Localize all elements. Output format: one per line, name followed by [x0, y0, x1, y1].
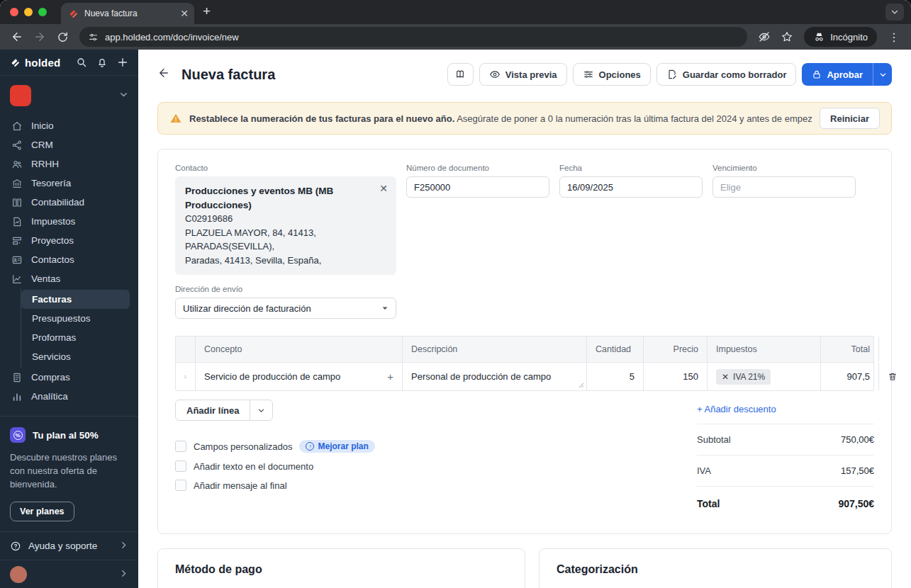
sidebar-item-compras[interactable]: Compras: [6, 368, 133, 387]
contact-card-icon: [11, 254, 23, 266]
plan-upsell-card: % Tu plan al 50% Descubre nuestros plane…: [0, 416, 138, 531]
zoom-window-button[interactable]: [38, 8, 47, 16]
quantity-cell[interactable]: 5: [587, 363, 644, 390]
sidebar-item-label: Facturas: [32, 294, 72, 305]
add-message-label: Añadir mensaje al final: [194, 480, 287, 491]
add-message-checkbox[interactable]: [175, 480, 186, 491]
payment-method-card: Método de pago Selecciona una forma de p…: [157, 548, 525, 588]
description-value: Personal de producción de campo: [411, 371, 551, 382]
doc-number-input[interactable]: F250000: [406, 176, 549, 198]
chevron-down-icon: [890, 8, 899, 16]
date-input[interactable]: 16/09/2025: [559, 176, 703, 198]
add-line-button[interactable]: Añadir línea: [176, 400, 250, 420]
sidebar-item-facturas[interactable]: Facturas: [21, 290, 130, 309]
back-arrow-icon[interactable]: [157, 67, 170, 83]
sidebar-item-impuestos[interactable]: Impuestos: [6, 212, 133, 231]
people-icon: [11, 159, 23, 170]
options-button[interactable]: Opciones: [573, 63, 651, 86]
taxes-cell[interactable]: ✕IVA 21%: [708, 363, 821, 390]
minimize-window-button[interactable]: [24, 8, 33, 16]
user-profile-row[interactable]: [0, 560, 138, 588]
contact-name: Producciones y eventos MB (MB Produccion…: [185, 184, 386, 212]
totals-panel: + Añadir descuento Subtotal750,00€ IVA15…: [697, 400, 874, 519]
date-label: Fecha: [559, 164, 703, 172]
contact-card: Producciones y eventos MB (MB Produccion…: [175, 176, 396, 275]
price-cell[interactable]: 150: [644, 363, 708, 390]
question-circle-icon: [10, 541, 21, 552]
tab-title: Nueva factura: [84, 9, 174, 18]
sidebar-item-label: Contactos: [31, 254, 74, 265]
address-bar[interactable]: app.holded.com/doc/invoice/new: [79, 27, 747, 47]
reset-numbering-button[interactable]: Reiniciar: [820, 108, 880, 129]
contact-label: Contacto: [175, 164, 396, 172]
resize-handle-icon[interactable]: [579, 383, 584, 388]
eye-icon: [489, 69, 501, 80]
sidebar-item-ventas[interactable]: Ventas: [6, 269, 133, 288]
save-draft-button[interactable]: Guardar como borrador: [656, 63, 797, 86]
numbering-warning-banner: Restablece la numeración de tus facturas…: [157, 102, 892, 135]
site-settings-icon[interactable]: [88, 32, 99, 43]
incognito-badge: Incógnito: [804, 27, 877, 47]
delete-line-trash-icon[interactable]: [879, 363, 906, 390]
sidebar-item-contactos[interactable]: Contactos: [6, 250, 133, 269]
see-plans-button[interactable]: Ver planes: [10, 502, 74, 521]
main-content: Nueva factura Vista previa Opciones Guar…: [138, 50, 911, 588]
remove-contact-icon[interactable]: ✕: [379, 183, 388, 193]
sidebar-item-proformas[interactable]: Proformas: [21, 328, 130, 347]
sidebar-item-rrhh[interactable]: RRHH: [6, 154, 133, 174]
add-line-menu-caret[interactable]: [250, 400, 272, 420]
quantity-column-header[interactable]: Cantidad: [587, 337, 644, 362]
close-window-button[interactable]: [10, 8, 18, 16]
description-cell[interactable]: Personal de producción de campo: [403, 363, 587, 390]
add-concept-icon[interactable]: +: [387, 371, 393, 383]
add-discount-link[interactable]: + Añadir descuento: [697, 400, 874, 424]
description-column-header: Descripción: [403, 337, 587, 362]
tax-chip[interactable]: ✕IVA 21%: [716, 369, 771, 385]
sidebar-item-analitica[interactable]: Analítica: [6, 387, 133, 406]
tab-overflow-button[interactable]: [885, 4, 904, 21]
sidebar-item-proyectos[interactable]: Proyectos: [6, 231, 133, 250]
share-nodes-icon: [11, 140, 23, 151]
shipping-address-label: Dirección de envío: [175, 285, 396, 293]
forward-nav-icon[interactable]: [30, 27, 50, 47]
help-support-row[interactable]: Ayuda y soporte: [0, 531, 138, 560]
incognito-icon: [813, 31, 825, 43]
create-plus-icon[interactable]: [117, 57, 128, 68]
browser-menu-kebab-icon[interactable]: ⋮: [884, 27, 904, 47]
notifications-bell-icon[interactable]: [96, 57, 108, 68]
sidebar-item-tesoreria[interactable]: Tesorería: [6, 174, 133, 193]
total-value: 907,50€: [838, 498, 874, 509]
reading-mode-eye-off-icon[interactable]: [754, 27, 774, 47]
add-text-checkbox[interactable]: [175, 460, 186, 472]
due-date-input[interactable]: Elige: [712, 176, 856, 198]
reload-icon[interactable]: [52, 27, 72, 47]
shipping-address-select[interactable]: Utilizar dirección de facturación: [175, 298, 396, 319]
browser-window: Nueva factura ✕ + app.holded.com/doc/inv…: [0, 0, 911, 588]
back-nav-icon[interactable]: [7, 27, 27, 47]
sidebar-item-servicios[interactable]: Servicios: [21, 347, 130, 366]
search-icon[interactable]: [76, 57, 87, 68]
remove-tax-icon[interactable]: ✕: [722, 372, 729, 382]
new-tab-button[interactable]: +: [203, 4, 211, 18]
drag-handle-icon[interactable]: [176, 363, 196, 390]
approve-button[interactable]: Aprobar: [802, 63, 873, 86]
holded-logo[interactable]: holded: [10, 57, 60, 69]
approve-menu-caret[interactable]: [873, 63, 892, 86]
sidebar-item-crm[interactable]: CRM: [6, 135, 133, 154]
sales-chart-icon: [11, 273, 23, 285]
upgrade-plan-badge[interactable]: ↑Mejorar plan: [299, 440, 374, 453]
custom-fields-checkbox[interactable]: [175, 441, 186, 452]
side-panel-button[interactable]: [447, 63, 474, 86]
contact-address-line: Paradas, 41413, Sevilla, España,: [185, 254, 386, 268]
upgrade-arrow-icon: ↑: [306, 442, 314, 451]
tab-close-icon[interactable]: ✕: [180, 9, 189, 18]
concept-value: Servicio de producción de campo: [204, 371, 340, 382]
concept-cell[interactable]: Servicio de producción de campo+: [196, 363, 403, 390]
sidebar-item-contabilidad[interactable]: Contabilidad: [6, 193, 133, 212]
preview-button[interactable]: Vista previa: [479, 63, 567, 86]
browser-tab[interactable]: Nueva factura ✕: [61, 3, 194, 24]
workspace-selector[interactable]: [0, 76, 138, 113]
bookmark-star-icon[interactable]: [777, 27, 797, 47]
sidebar-item-presupuestos[interactable]: Presupuestos: [21, 309, 130, 328]
sidebar-item-inicio[interactable]: Inicio: [6, 116, 133, 135]
